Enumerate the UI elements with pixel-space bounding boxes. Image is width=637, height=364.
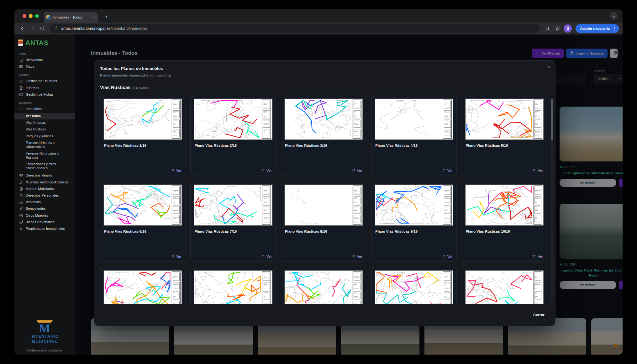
sidebar-item-muebles-hist-rico-art-sticos[interactable]: Muebles Histórico-Artísticos xyxy=(14,179,75,186)
plan-ver-link[interactable]: Ver xyxy=(191,168,275,176)
sidebar-item-label: Derechos Personales xyxy=(26,193,59,198)
plan-thumbnail[interactable] xyxy=(465,270,544,304)
plan-ver-link[interactable]: Ver xyxy=(462,168,547,176)
app-root: ANTAS InicioBienvenidaMapaGestiónGestión… xyxy=(14,34,623,355)
plan-thumbnail[interactable] xyxy=(465,98,544,140)
browser-menu-icon[interactable]: ⋮ xyxy=(612,26,616,31)
sidebar-subitem-edificaciones-y-otras-construcciones[interactable]: Edificaciones y otras construcciones xyxy=(14,161,75,171)
modal-subtitle: Planos generales organizados por categor… xyxy=(100,73,550,77)
plan-thumbnail[interactable] xyxy=(375,270,453,304)
sidebar-subitem-ver-todos[interactable]: Ver todos xyxy=(14,113,75,119)
browser-tab[interactable]: Inmuebles - Todos × xyxy=(44,12,98,23)
modal-title: Todos los Planos de Inmuebles xyxy=(100,66,550,71)
plan-card: Plano Vías Rústicas 1/16Ver xyxy=(100,95,185,176)
plan-ver-link[interactable]: Ver xyxy=(281,168,366,176)
sidebar-item-propiedades-inmateriales[interactable]: Propiedades Inmateriales xyxy=(14,225,75,232)
plan-thumbnail[interactable] xyxy=(375,184,453,226)
plan-thumbnail[interactable] xyxy=(284,98,363,140)
refresh-icon xyxy=(19,220,23,224)
plan-card: Plano Vías Rústicas 5/16Ver xyxy=(462,95,547,176)
sidebar-subitem-parques-y-jardines[interactable]: Parques y jardines xyxy=(14,133,75,140)
plan-ver-link[interactable]: Ver xyxy=(371,168,456,176)
plan-thumbnail[interactable] xyxy=(284,184,363,226)
main-content: Inmuebles - Todos Ver PlanosImprimir Lis… xyxy=(75,34,623,355)
sidebar-item-bienvenida[interactable]: Bienvenida xyxy=(14,57,75,63)
sidebar-item-bienes-revertibles[interactable]: Bienes Revertibles xyxy=(14,219,75,225)
plan-thumbnail[interactable] xyxy=(194,184,272,226)
new-tab-button[interactable]: + xyxy=(103,13,110,21)
sidebar-item-otros-muebles[interactable]: Otros Muebles xyxy=(14,212,75,219)
plan-card: Plano Vías Rústicas 7/16Ver xyxy=(190,181,276,262)
sidebar-item-inmuebles[interactable]: Inmuebles xyxy=(14,106,75,112)
zoom-icon[interactable] xyxy=(544,24,552,33)
browser-toolbar: antas.inventariomunicipal.es/inventario/… xyxy=(14,23,623,34)
car-icon xyxy=(19,200,23,204)
modal-close-icon[interactable]: × xyxy=(547,64,550,71)
plans-modal: Todos los Planos de Inmuebles Planos gen… xyxy=(94,60,555,326)
plan-ver-link[interactable]: Ver xyxy=(100,254,185,261)
sidebar-item-gesti-n-de-usuarios[interactable]: Gestión de Usuarios xyxy=(14,78,75,84)
sidebar-item-gesti-n-de-fichas[interactable]: Gestión de Fichas xyxy=(14,91,75,98)
modal-scrollbar-thumb[interactable] xyxy=(551,99,553,140)
browser-window: Inmuebles - Todos × + antas.inventariomu… xyxy=(14,9,623,355)
browser-action-needed-button[interactable]: Acción necesaria ⋮ xyxy=(576,24,619,33)
sidebar-item-informes[interactable]: Informes xyxy=(14,85,75,91)
plan-thumbnail[interactable] xyxy=(194,98,272,140)
sidebar-subitem-v-as-r-sticas[interactable]: Vías Rústicas xyxy=(14,126,75,133)
plan-thumbnail[interactable] xyxy=(103,184,182,226)
user-icon xyxy=(19,193,23,198)
sidebar-item-label: Derechos Reales xyxy=(26,173,52,177)
nav-section-label: Epígrafes xyxy=(14,98,75,106)
cards-icon xyxy=(19,92,23,97)
plan-thumbnail[interactable] xyxy=(103,98,182,140)
plan-ver-link[interactable]: Ver xyxy=(371,254,456,261)
modal-scrollbar[interactable] xyxy=(551,99,553,302)
plan-thumbnail[interactable] xyxy=(194,270,272,304)
plan-title: Plano Vías Rústicas 1/16 xyxy=(100,140,185,147)
external-link-icon xyxy=(261,254,265,258)
plan-card: Plano Vías Rústicas 13/16Ver xyxy=(281,267,366,304)
minimize-window-button[interactable] xyxy=(29,14,33,18)
tab-close-icon[interactable]: × xyxy=(93,15,95,19)
site-settings-icon[interactable] xyxy=(54,26,58,31)
plan-thumbnail[interactable] xyxy=(284,270,363,304)
reload-button[interactable] xyxy=(38,24,46,33)
sidebar-item-mapa[interactable]: Mapa xyxy=(14,63,75,70)
plan-ver-link[interactable]: Ver xyxy=(191,254,275,261)
sidebar-subitem-terrenos-no-urbanos-o-r-sticos[interactable]: Terrenos No urbanos o Rústicos xyxy=(14,150,75,161)
external-link-icon xyxy=(261,168,265,172)
sidebar-item-derechos-personales[interactable]: Derechos Personales xyxy=(14,192,75,199)
report-icon xyxy=(19,86,23,90)
sidebar-subitem-terrenos-urbanos-o-urbanizables[interactable]: Terrenos Urbanos o Urbanizables xyxy=(14,140,75,150)
plan-title: Plano Vías Rústicas 6/16 xyxy=(100,226,185,233)
plans-scroll-area[interactable]: Plano Vías Rústicas 1/16VerPlano Vías Rú… xyxy=(94,94,555,304)
sidebar-subitem-v-as-urbanas[interactable]: Vías Urbanas xyxy=(14,119,75,126)
profile-avatar[interactable]: S xyxy=(564,24,572,33)
tab-search-button[interactable] xyxy=(610,12,618,20)
sidebar-item-valores-mobiliarios[interactable]: Valores Mobiliarios xyxy=(14,186,75,192)
sidebar-item-semovientes[interactable]: Semovientes xyxy=(14,205,75,212)
plan-thumbnail[interactable] xyxy=(103,270,182,304)
plan-ver-link[interactable]: Ver xyxy=(281,254,366,261)
maximize-window-button[interactable] xyxy=(35,14,39,18)
box-icon xyxy=(19,214,23,218)
plan-thumbnail[interactable] xyxy=(375,98,453,140)
plan-card: Plano Vías Rústicas 3/16Ver xyxy=(281,95,366,176)
modal-header: Todos los Planos de Inmuebles Planos gen… xyxy=(94,61,555,77)
url-text: antas.inventariomunicipal.es/inventario/… xyxy=(61,26,148,31)
address-bar[interactable]: antas.inventariomunicipal.es/inventario/… xyxy=(50,24,540,33)
close-window-button[interactable] xyxy=(23,14,26,18)
sidebar-item-derechos-reales[interactable]: Derechos Reales xyxy=(14,172,75,179)
map-icon xyxy=(19,65,23,69)
forward-button[interactable] xyxy=(28,24,36,33)
external-link-icon xyxy=(533,168,536,172)
brand[interactable]: ANTAS xyxy=(14,34,75,49)
plan-thumbnail[interactable] xyxy=(465,184,544,226)
bookmark-star-icon[interactable] xyxy=(554,24,562,33)
plan-card: Plano Vías Rústicas 9/16Ver xyxy=(371,181,456,262)
plan-ver-link[interactable]: Ver xyxy=(100,168,185,176)
sidebar-item-veh-culos[interactable]: Vehículos xyxy=(14,199,75,205)
back-button[interactable] xyxy=(18,24,26,33)
plan-ver-link[interactable]: Ver xyxy=(462,254,547,261)
cerrar-button[interactable]: Cerrar xyxy=(529,310,548,320)
